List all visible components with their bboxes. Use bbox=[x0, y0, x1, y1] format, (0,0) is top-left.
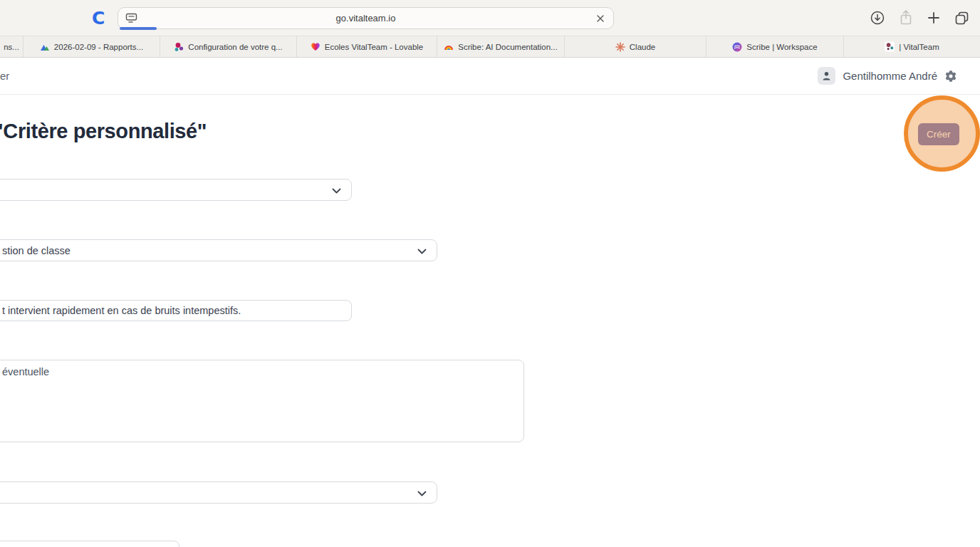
bookmark-label: | VitalTeam bbox=[899, 43, 939, 51]
select-field-1[interactable] bbox=[0, 179, 352, 201]
select-field-4-partial[interactable] bbox=[0, 541, 179, 547]
nav-item-truncated[interactable]: er bbox=[0, 70, 9, 82]
mountain-icon bbox=[40, 42, 50, 52]
settings-gear-icon[interactable] bbox=[944, 70, 957, 83]
chevron-down-icon bbox=[332, 184, 341, 196]
new-tab-icon[interactable] bbox=[927, 11, 941, 25]
share-icon[interactable] bbox=[898, 9, 914, 26]
bookmark-item[interactable]: Scribe: AI Documentation... bbox=[437, 36, 565, 57]
select-field-2[interactable]: stion de classe bbox=[0, 239, 437, 261]
bookmark-label: Ecoles VitalTeam - Lovable bbox=[325, 43, 424, 51]
rainbow-icon bbox=[444, 42, 454, 52]
page-load-progress bbox=[120, 27, 157, 30]
select-value: stion de classe bbox=[2, 245, 71, 256]
scribe-gradient-icon bbox=[732, 42, 742, 52]
main-content: "Critère personnalisé" Créer stion de cl… bbox=[0, 95, 980, 510]
chevron-down-icon bbox=[417, 245, 427, 256]
bookmark-item[interactable]: 2026-02-09 - Rapports... bbox=[24, 36, 160, 57]
downloads-icon[interactable] bbox=[870, 10, 885, 26]
bookmark-label: Scribe: AI Documentation... bbox=[458, 43, 557, 51]
browser-toolbar: C go.vitalteam.io bbox=[0, 0, 980, 36]
text-input-field[interactable]: t intervient rapidement en cas de bruits… bbox=[0, 300, 352, 321]
tab-overview-icon[interactable] bbox=[954, 10, 970, 26]
url-text[interactable]: go.vitalteam.io bbox=[336, 13, 396, 24]
textarea-value: éventuelle bbox=[2, 366, 49, 377]
app-header: er Gentilhomme André bbox=[0, 58, 980, 95]
bookmark-label: 2026-02-09 - Rapports... bbox=[54, 43, 143, 51]
chevron-down-icon bbox=[417, 487, 427, 499]
input-value: t intervient rapidement en cas de bruits… bbox=[2, 305, 241, 316]
bookmark-item[interactable]: Scribe | Workspace bbox=[707, 36, 844, 57]
bookmarks-bar: ns... 2026-02-09 - Rapports... Configura… bbox=[0, 36, 980, 58]
bookmark-item[interactable]: Configuration de votre q... bbox=[160, 36, 297, 57]
page-title: "Critère personnalisé" bbox=[0, 120, 207, 143]
user-avatar[interactable] bbox=[818, 67, 835, 85]
bookmark-item[interactable]: ns... bbox=[0, 36, 24, 57]
close-icon[interactable] bbox=[595, 14, 605, 26]
browser-extension-logo[interactable]: C bbox=[92, 8, 105, 28]
url-bar[interactable]: go.vitalteam.io bbox=[118, 7, 614, 29]
claude-starburst-icon bbox=[615, 42, 625, 52]
bookmark-label: Claude bbox=[630, 43, 655, 51]
bookmark-item[interactable]: | VitalTeam bbox=[844, 36, 980, 57]
vitalteam-dots-icon bbox=[174, 42, 184, 52]
user-area: Gentilhomme André bbox=[818, 67, 957, 85]
create-button[interactable]: Créer bbox=[918, 123, 959, 145]
select-field-3[interactable] bbox=[0, 481, 437, 504]
bookmark-label: ns... bbox=[4, 43, 19, 51]
user-name: Gentilhomme André bbox=[843, 70, 937, 82]
bookmark-item[interactable]: Claude bbox=[565, 36, 707, 57]
reader-mode-icon[interactable] bbox=[125, 13, 137, 26]
bookmark-item[interactable]: Ecoles VitalTeam - Lovable bbox=[297, 36, 437, 57]
bookmark-label: Scribe | Workspace bbox=[746, 43, 817, 51]
description-textarea[interactable]: éventuelle bbox=[0, 360, 524, 442]
lovable-heart-icon bbox=[311, 42, 320, 52]
bookmark-label: Configuration de votre q... bbox=[188, 43, 282, 51]
vitalteam-dots-icon bbox=[885, 42, 895, 52]
